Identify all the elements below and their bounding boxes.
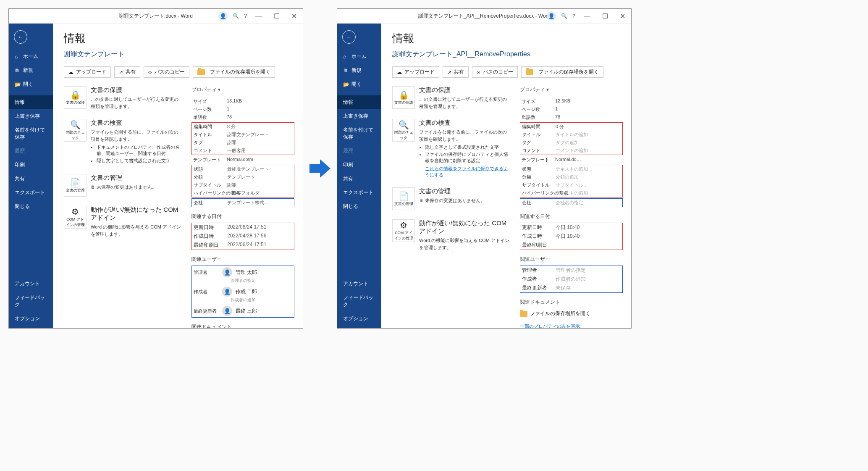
sidebar-item-new[interactable]: 🗎新規 <box>337 63 381 77</box>
open-location-button[interactable]: ファイルの保存場所を開く <box>193 66 275 78</box>
properties-header[interactable]: プロパティ ▾ <box>520 86 623 93</box>
dates-header: 関連する日付 <box>191 213 294 220</box>
open-location-link[interactable]: ファイルの保存場所を開く <box>520 308 623 319</box>
sidebar-item-print[interactable]: 印刷 <box>9 158 53 172</box>
addin-icon: ⚙ <box>400 220 407 230</box>
word-window-after: 謝罪文テンプレート_API__RemoveProperties.docx - W… <box>337 8 632 329</box>
highlight-box-users: 管理者👤管理 太郎 管理者の指定 作成者👤作成 二郎 作成者の追加 最終更新者👤… <box>191 266 294 318</box>
inspect-button[interactable]: 🔍問題のチェック <box>392 119 415 142</box>
sidebar-item-info[interactable]: 情報 <box>9 95 53 109</box>
sidebar-item-share[interactable]: 共有 <box>9 172 53 186</box>
window-title: 謝罪文テンプレート.docx - Word <box>119 13 193 20</box>
highlight-box-company: 会社テンプレート株式… <box>191 198 294 207</box>
highlight-box-dates: 更新日時今日 10:40 作成日時今日 10:40 最終印刷日 <box>520 223 623 250</box>
lock-icon: 🔒 <box>399 90 409 100</box>
avatar-icon: 👤 <box>222 267 232 277</box>
account-icon[interactable]: 👤 <box>218 11 228 21</box>
back-button[interactable]: ← <box>14 30 27 44</box>
backstage-sidebar: ← ⌂ホーム 🗎新規 📂開く 情報 上書き保存 名前を付けて保存 履歴 印刷 共… <box>9 24 53 328</box>
new-icon: 🗎 <box>15 68 21 74</box>
upload-button[interactable]: ☁アップロード <box>64 66 111 78</box>
avatar-icon: 👤 <box>222 306 232 316</box>
help-icon[interactable]: ? <box>244 13 247 19</box>
protect-button[interactable]: 🔒文書の保護 <box>392 86 415 109</box>
manage-section: 📄文書の管理 文書の管理🗎 未保存の変更はありません。 <box>64 174 181 197</box>
sidebar-item-options[interactable]: オプション <box>337 312 381 326</box>
folder-icon <box>526 69 533 75</box>
backstage-sidebar: ← ⌂ホーム 🗎新規 📂開く 情報 上書き保存 名前を付けて保存 履歴 印刷 共… <box>337 24 381 328</box>
help-icon[interactable]: ? <box>572 13 575 19</box>
close-button[interactable]: ✕ <box>616 12 629 20</box>
inspect-icon: 🔍 <box>399 120 409 130</box>
sidebar-item-options[interactable]: オプション <box>9 312 53 326</box>
related-docs-header: 関連ドキュメント <box>520 299 623 306</box>
minimize-button[interactable]: — <box>580 12 594 20</box>
properties-header[interactable]: プロパティ ▾ <box>191 86 294 93</box>
copy-path-button[interactable]: ∞パスのコピー <box>472 66 518 78</box>
sidebar-item-save[interactable]: 上書き保存 <box>9 109 53 123</box>
account-icon[interactable]: 👤 <box>547 11 556 21</box>
folder-icon <box>520 311 527 317</box>
manage-icon: 📄 <box>70 178 81 188</box>
tell-me-icon[interactable]: 🔍 <box>561 13 567 19</box>
users-header: 関連ユーザー <box>520 256 623 263</box>
sidebar-item-close[interactable]: 閉じる <box>9 200 53 213</box>
manage-section: 📄文書の管理 文書の管理🗎 未保存の変更はありません。 <box>392 187 510 210</box>
sidebar-item-export[interactable]: エクスポート <box>9 186 53 200</box>
back-button[interactable]: ← <box>342 30 356 44</box>
addins-button[interactable]: ⚙COM アドインの管理 <box>392 219 415 242</box>
sidebar-item-print[interactable]: 印刷 <box>337 158 381 172</box>
sidebar-item-open[interactable]: 📂開く <box>9 77 53 91</box>
sidebar-item-home[interactable]: ⌂ホーム <box>9 50 53 63</box>
manage-icon: 📄 <box>399 191 409 201</box>
sidebar-item-export[interactable]: エクスポート <box>337 186 381 200</box>
users-header: 関連ユーザー <box>191 256 294 263</box>
home-icon: ⌂ <box>343 54 349 60</box>
manage-button[interactable]: 📄文書の管理 <box>64 174 87 197</box>
tell-me-icon[interactable]: 🔍 <box>233 13 239 19</box>
sidebar-item-share[interactable]: 共有 <box>337 172 381 186</box>
share-button[interactable]: ↗共有 <box>114 66 140 78</box>
inspect-bullets: 隠し文字として書式設定された文字 ファイルの保存時にプロパティと個人情報を自動的… <box>419 144 510 164</box>
share-button[interactable]: ↗共有 <box>443 66 469 78</box>
upload-button[interactable]: ☁アップロード <box>392 66 439 78</box>
sidebar-item-history: 履歴 <box>337 144 381 158</box>
addins-button[interactable]: ⚙COM アドインの管理 <box>64 206 87 229</box>
sidebar-item-save[interactable]: 上書き保存 <box>337 109 381 123</box>
share-icon: ↗ <box>119 69 123 75</box>
sidebar-item-open[interactable]: 📂開く <box>337 77 381 91</box>
protect-section: 🔒文書の保護 文書の保護この文書に対してユーザーが行える変更の種類を管理します。 <box>392 86 510 110</box>
highlight-box-dates: 更新日時2022/06/24 17:51 作成日時2022/04/28 17:5… <box>191 223 294 250</box>
minimize-button[interactable]: — <box>252 12 265 20</box>
sidebar-item-feedback[interactable]: フィードバック <box>9 291 53 312</box>
sidebar-item-home[interactable]: ⌂ホーム <box>337 50 381 63</box>
copy-path-button[interactable]: ∞パスのコピー <box>144 66 189 78</box>
sidebar-item-account[interactable]: アカウント <box>9 277 53 291</box>
open-location-button[interactable]: ファイルの保存場所を開く <box>521 66 603 78</box>
allow-save-link[interactable]: これらの情報をファイルに保存できるようにする <box>425 166 508 177</box>
document-title: 謝罪文テンプレート_API__RemoveProperties <box>392 50 623 59</box>
inspect-section: 🔍問題のチェック 文書の検査 ファイルを公開する前に、ファイルの次の項目を確認し… <box>64 119 181 165</box>
maximize-button[interactable]: ☐ <box>270 12 283 20</box>
sidebar-item-saveas[interactable]: 名前を付けて保存 <box>337 123 381 144</box>
protect-button[interactable]: 🔒文書の保護 <box>64 86 87 109</box>
comparison-container: 謝罪文テンプレート.docx - Word 👤 🔍 ? — ☐ ✕ ← ⌂ホーム… <box>8 8 860 329</box>
sidebar-item-history: 履歴 <box>9 144 53 158</box>
highlight-box-props-extra: 状態テキストの追加 分類分類の追加 サブタイトルサブタイトル… ハイパーリンクの… <box>520 165 623 197</box>
sidebar-item-account[interactable]: アカウント <box>337 277 381 291</box>
highlight-box-props-main: 編集時間8 分 タイトル謝罪文テンプレート タグ謝罪 コメント一般客用 <box>191 122 294 155</box>
close-button[interactable]: ✕ <box>288 12 300 20</box>
sidebar-item-feedback[interactable]: フィードバック <box>337 291 381 312</box>
show-properties-link[interactable]: 一部のプロパティのみを表示 <box>520 324 580 328</box>
inspect-button[interactable]: 🔍問題のチェック <box>64 119 87 142</box>
sidebar-item-saveas[interactable]: 名前を付けて保存 <box>9 123 53 144</box>
sidebar-item-new[interactable]: 🗎新規 <box>9 63 53 77</box>
related-docs-header: 関連ドキュメント <box>191 324 294 328</box>
main-panel: 情報 謝罪文テンプレート_API__RemoveProperties ☁アップロ… <box>381 24 631 328</box>
sidebar-item-info[interactable]: 情報 <box>337 95 381 109</box>
sidebar-item-close[interactable]: 閉じる <box>337 200 381 213</box>
manage-button[interactable]: 📄文書の管理 <box>392 187 415 210</box>
folder-icon <box>197 69 205 75</box>
maximize-button[interactable]: ☐ <box>599 12 611 20</box>
highlight-box-props-main: 編集時間0 分 タイトルタイトルの追加 タグタグの追加 コメントコメントの追加 <box>520 122 623 155</box>
